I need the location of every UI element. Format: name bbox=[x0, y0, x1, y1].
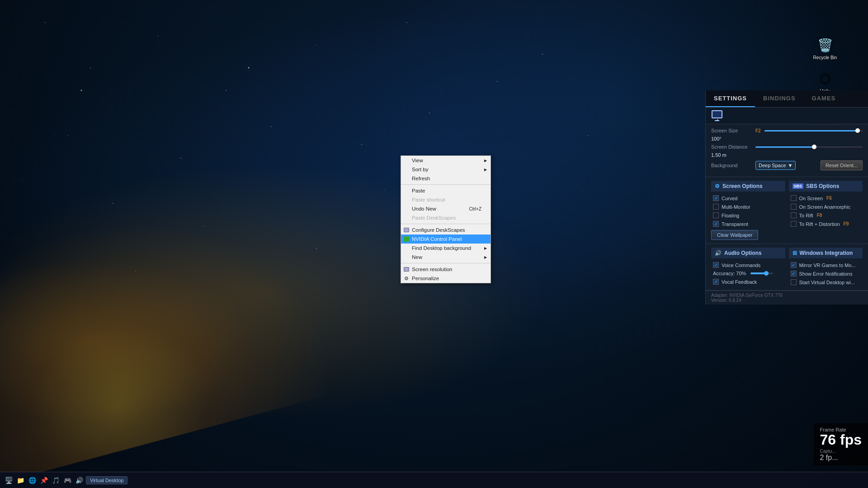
screen-size-shortcut: F2 bbox=[755, 128, 761, 133]
taskbar-icon-1[interactable]: 🖥️ bbox=[4, 475, 14, 485]
clear-wallpaper-button[interactable]: Clear Wallpaper bbox=[711, 230, 758, 240]
curved-label: Curved bbox=[722, 196, 737, 201]
opt-floating: Floating bbox=[711, 211, 785, 220]
start-virtual-checkbox[interactable] bbox=[791, 279, 797, 285]
opt-transparent: Transparent bbox=[711, 220, 785, 228]
ctx-new-arrow: ▶ bbox=[484, 255, 487, 259]
screen-size-thumb[interactable] bbox=[855, 128, 860, 133]
tab-bindings[interactable]: BINDINGS bbox=[755, 90, 804, 107]
multi-monitor-checkbox[interactable] bbox=[713, 204, 719, 210]
to-rift-label: To Rift bbox=[799, 213, 813, 218]
background-dropdown[interactable]: Deep Space ▼ bbox=[755, 161, 796, 170]
taskbar-icon-5[interactable]: 🎵 bbox=[51, 475, 61, 485]
screen-distance-label: Screen Distance bbox=[711, 144, 752, 150]
screen-size-value: 100° bbox=[711, 136, 722, 141]
monitor-base bbox=[715, 120, 719, 121]
screen-size-slider-container[interactable] bbox=[764, 130, 863, 131]
taskbar-icon-4[interactable]: 📌 bbox=[39, 475, 49, 485]
ctx-paste-deskscapes[interactable]: Paste DeskScapes bbox=[401, 213, 491, 222]
mirror-vr-label: Mirror VR Games to Mo... bbox=[799, 263, 856, 268]
screen-size-value-row: 100° bbox=[711, 136, 863, 141]
screen-distance-value-row: 1.50 m bbox=[711, 152, 863, 158]
adapter-value: NVIDIA GeForce GTX 770 bbox=[730, 293, 783, 298]
configure-deskscapes-icon bbox=[404, 227, 409, 233]
screen-size-section: Screen Size F2 100° Screen Distance 1 bbox=[706, 124, 868, 177]
ctx-sort-by[interactable]: Sort by ▶ bbox=[401, 165, 491, 174]
audio-options-header: 🔊 Audio Options bbox=[711, 248, 785, 258]
ctx-personalize[interactable]: ⚙ Personalize bbox=[401, 274, 491, 283]
ctx-undo-new[interactable]: Undo New Ctrl+Z bbox=[401, 204, 491, 213]
panel-header bbox=[706, 108, 868, 124]
sbs-options-label: SBS Options bbox=[806, 183, 839, 189]
to-rift-distortion-checkbox[interactable] bbox=[791, 221, 797, 227]
start-virtual-label: Start Virtual Desktop wi... bbox=[799, 280, 855, 285]
audio-windows-columns: 🔊 Audio Options Voice Commands Accuracy:… bbox=[711, 248, 863, 286]
screen-res-icon bbox=[404, 267, 409, 272]
ctx-find-desktop-bg[interactable]: Find Desktop background ▶ bbox=[401, 244, 491, 253]
accuracy-bar[interactable] bbox=[750, 272, 773, 274]
ctx-sep-3 bbox=[401, 263, 491, 263]
windows-integration-label: Windows Integration bbox=[800, 250, 853, 256]
screen-distance-fill bbox=[755, 146, 814, 148]
ctx-screen-resolution[interactable]: Screen resolution bbox=[401, 265, 491, 274]
taskbar-icon-7[interactable]: 🔊 bbox=[74, 475, 84, 485]
screen-size-fill bbox=[764, 130, 858, 131]
ctx-find-arrow: ▶ bbox=[484, 246, 487, 250]
to-rift-distortion-shortcut: F9 bbox=[844, 221, 849, 226]
screen-distance-value: 1.50 m bbox=[711, 152, 726, 158]
screen-distance-thumb[interactable] bbox=[812, 145, 816, 149]
ctx-paste[interactable]: Paste bbox=[401, 186, 491, 195]
on-screen-checkbox[interactable] bbox=[791, 195, 797, 201]
ctx-nvidia-control-panel[interactable]: NVIDIA Control Panel bbox=[401, 235, 491, 244]
ctx-new[interactable]: New ▶ bbox=[401, 253, 491, 262]
on-screen-anamorphic-checkbox[interactable] bbox=[791, 204, 797, 210]
show-error-checkbox[interactable] bbox=[791, 271, 797, 277]
unity-img: ⬡ bbox=[816, 70, 834, 88]
screen-distance-slider-container[interactable] bbox=[755, 146, 863, 148]
taskbar-icon-2[interactable]: 📁 bbox=[15, 475, 25, 485]
sbs-options-header: SBS SBS Options bbox=[789, 181, 863, 192]
on-screen-label: On Screen bbox=[799, 196, 823, 201]
tab-games[interactable]: GAMES bbox=[804, 90, 844, 107]
audio-options-label: Audio Options bbox=[724, 250, 762, 256]
background-label: Background bbox=[711, 163, 752, 168]
on-screen-shortcut: F6 bbox=[826, 196, 832, 201]
opt-on-screen-anamorphic: On Screen Anamorphic bbox=[789, 202, 863, 211]
vocal-feedback-checkbox[interactable] bbox=[713, 279, 719, 285]
ctx-refresh[interactable]: Refresh bbox=[401, 174, 491, 183]
ctx-configure-deskscapes[interactable]: Configure DeskScapes bbox=[401, 225, 491, 235]
tab-settings[interactable]: SETTINGS bbox=[706, 90, 755, 107]
ctx-view[interactable]: View ▶ bbox=[401, 156, 491, 165]
recycle-bin-icon[interactable]: 🗑️ Recycle Bin bbox=[809, 36, 841, 61]
taskbar-icon-3[interactable]: 🌐 bbox=[27, 475, 37, 485]
ctx-undo-shortcut: Ctrl+Z bbox=[469, 206, 482, 211]
reset-orient-button[interactable]: Reset Orient... bbox=[821, 160, 863, 170]
screen-distance-track bbox=[755, 146, 863, 148]
options-section: ⚙ Screen Options Curved Multi-Monitor Fl… bbox=[706, 177, 868, 244]
opt-voice-commands: Voice Commands bbox=[711, 261, 785, 269]
ctx-view-arrow: ▶ bbox=[484, 159, 487, 163]
curved-checkbox[interactable] bbox=[713, 195, 719, 201]
options-columns: ⚙ Screen Options Curved Multi-Monitor Fl… bbox=[711, 181, 863, 240]
taskbar: 🖥️ 📁 🌐 📌 🎵 🎮 🔊 Virtual Desktop bbox=[0, 472, 868, 488]
transparent-label: Transparent bbox=[722, 221, 748, 227]
settings-panel: SETTINGS BINDINGS GAMES Screen Size F2 1… bbox=[705, 90, 868, 305]
to-rift-checkbox[interactable] bbox=[791, 212, 797, 218]
accuracy-thumb[interactable] bbox=[764, 271, 769, 276]
voice-commands-checkbox[interactable] bbox=[713, 262, 719, 268]
opt-mirror-vr: Mirror VR Games to Mo... bbox=[789, 261, 863, 269]
audio-options-col: 🔊 Audio Options Voice Commands Accuracy:… bbox=[711, 248, 785, 286]
floating-label: Floating bbox=[722, 213, 739, 218]
ctx-paste-shortcut[interactable]: Paste shortcut bbox=[401, 195, 491, 204]
recycle-bin-img: 🗑️ bbox=[816, 36, 834, 54]
floating-checkbox[interactable] bbox=[713, 212, 719, 218]
mirror-vr-checkbox[interactable] bbox=[791, 262, 797, 268]
transparent-checkbox[interactable] bbox=[713, 221, 719, 227]
accuracy-label: Accuracy: 70% bbox=[713, 271, 746, 276]
voice-commands-label: Voice Commands bbox=[722, 263, 760, 268]
version-value: 0.9.24 bbox=[729, 298, 741, 303]
to-rift-shortcut: F8 bbox=[817, 213, 822, 218]
taskbar-virtual-desktop[interactable]: Virtual Desktop bbox=[86, 476, 127, 484]
taskbar-icon-6[interactable]: 🎮 bbox=[62, 475, 72, 485]
windows-integration-col: ⊞ Windows Integration Mirror VR Games to… bbox=[789, 248, 863, 286]
